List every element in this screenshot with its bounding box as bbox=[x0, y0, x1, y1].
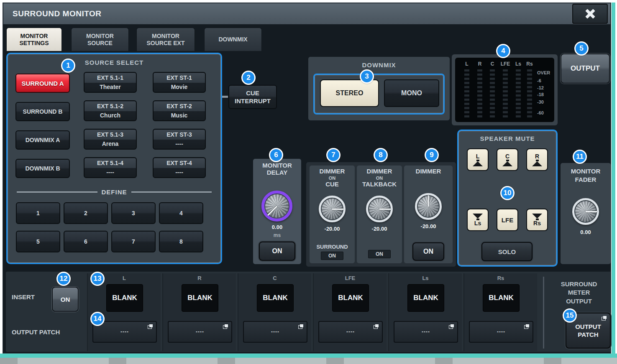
dimmer-on-button[interactable]: ON bbox=[412, 242, 444, 261]
define-8-button[interactable]: 8 bbox=[159, 231, 203, 252]
patch-column-r-label: R bbox=[163, 275, 236, 281]
callout-5: 5 bbox=[574, 41, 589, 56]
output-patch-lfe-value: ---- bbox=[346, 329, 355, 335]
close-button[interactable] bbox=[572, 4, 608, 24]
speaker-ls-label: Ls bbox=[474, 220, 481, 227]
insert-on-button[interactable]: ON bbox=[52, 287, 79, 312]
callout-6: 6 bbox=[269, 148, 283, 162]
downmix-mono-button[interactable]: MONO bbox=[384, 79, 439, 107]
define-label: DEFINE bbox=[102, 188, 127, 196]
ext51-2-id: EXT 5.1-2 bbox=[84, 102, 136, 111]
cue-interrupt-connector bbox=[222, 96, 228, 98]
dimmer-on-talkback-line2: ON bbox=[357, 176, 402, 181]
dimmer-title: DIMMER bbox=[404, 168, 453, 175]
frame-edge bbox=[0, 354, 617, 358]
tab-monitor-source[interactable]: MONITOR SOURCE bbox=[71, 28, 129, 51]
insert-label: INSERT bbox=[12, 293, 35, 300]
source-ext51-4-button[interactable]: EXT 5.1-4 ---- bbox=[84, 157, 137, 178]
tab-downmix[interactable]: DOWNMIX bbox=[204, 28, 262, 51]
monitor-delay-knob[interactable] bbox=[261, 191, 292, 221]
monitor-fader-knob[interactable] bbox=[572, 198, 599, 225]
patch-column-ls: Ls BLANK ---- bbox=[388, 273, 462, 351]
source-extst-2-button[interactable]: EXT ST-2 Music bbox=[153, 100, 206, 121]
dimmer-on-cue-on-indicator: ON bbox=[321, 252, 343, 260]
dimmer-knob[interactable] bbox=[415, 193, 442, 220]
surround-meter-output-label: SURROUND METER OUTPUT bbox=[547, 280, 611, 305]
monitor-fader-panel: MONITOR FADER 0.00 bbox=[561, 163, 611, 264]
source-extst-3-button[interactable]: EXT ST-3 ---- bbox=[153, 129, 206, 150]
ext51-4-name: ---- bbox=[84, 168, 136, 177]
source-surround-b-button[interactable]: SURROUND B bbox=[15, 102, 70, 121]
output-patch-r-button[interactable]: ---- bbox=[168, 321, 232, 343]
output-patch-r-value: ---- bbox=[196, 329, 204, 335]
meter-scale-6: -6 bbox=[537, 78, 555, 83]
speaker-mute-l-button[interactable]: L bbox=[467, 148, 489, 171]
meter-scale-30: -30 bbox=[537, 99, 555, 104]
define-6-button[interactable]: 6 bbox=[64, 231, 108, 252]
speaker-mute-lfe-button[interactable]: LFE bbox=[497, 209, 518, 231]
patch-column-ls-label: Ls bbox=[389, 275, 462, 281]
source-ext51-3-button[interactable]: EXT 5.1-3 Arena bbox=[84, 129, 137, 150]
define-5-button[interactable]: 5 bbox=[16, 231, 60, 252]
insert-lfe-blank-button[interactable]: BLANK bbox=[332, 284, 369, 312]
source-downmix-a-button[interactable]: DOWNMIX A bbox=[15, 130, 70, 150]
source-extst-1-button[interactable]: EXT ST-1 Movie bbox=[153, 72, 206, 93]
source-ext51-2-button[interactable]: EXT 5.1-2 Church bbox=[84, 100, 137, 121]
knob-pointer bbox=[428, 195, 429, 206]
meter-label-ls: Ls bbox=[512, 61, 525, 67]
output-patch-c-button[interactable]: ---- bbox=[243, 321, 307, 343]
insert-ls-blank-button[interactable]: BLANK bbox=[407, 284, 444, 312]
define-7-button[interactable]: 7 bbox=[111, 231, 156, 252]
speaker-mute-c-button[interactable]: C bbox=[497, 148, 518, 171]
frame-edge bbox=[612, 3, 615, 354]
define-1-button[interactable]: 1 bbox=[16, 202, 60, 224]
tab-monitor-settings[interactable]: MONITOR SETTINGS bbox=[6, 28, 62, 51]
dimmer-on-talkback-line3: TALKBACK bbox=[357, 181, 402, 188]
insert-rs-blank-button[interactable]: BLANK bbox=[483, 284, 520, 312]
meter-scale-over: OVER bbox=[537, 70, 555, 75]
dimmer-on-cue-surround-label: SURROUND bbox=[310, 244, 355, 250]
output-patch-ls-button[interactable]: ---- bbox=[394, 321, 458, 343]
downmix-stereo-button[interactable]: STEREO bbox=[320, 79, 379, 107]
speaker-mute-r-button[interactable]: R bbox=[526, 148, 548, 171]
meter-scale-60: -60 bbox=[537, 110, 555, 115]
dimmer-on-talkback-knob[interactable] bbox=[366, 196, 393, 222]
ext51-2-name: Church bbox=[84, 111, 136, 120]
cue-interrupt-button[interactable]: CUE INTERRUPT bbox=[228, 85, 277, 109]
meter-column bbox=[503, 69, 508, 118]
meter-column bbox=[490, 69, 495, 118]
knob-pointer bbox=[332, 209, 343, 210]
output-patch-ls-value: ---- bbox=[422, 329, 430, 335]
output-button[interactable]: OUTPUT bbox=[561, 53, 610, 84]
insert-c-blank-button[interactable]: BLANK bbox=[257, 284, 294, 312]
output-patch-rs-button[interactable]: ---- bbox=[469, 321, 533, 343]
source-ext51-1-button[interactable]: EXT 5.1-1 Theater bbox=[84, 72, 137, 93]
output-patch-label: OUTPUT PATCH bbox=[12, 328, 60, 336]
speaker-c-label: C bbox=[505, 153, 509, 160]
define-2-button[interactable]: 2 bbox=[64, 202, 108, 224]
extst-1-name: Movie bbox=[154, 83, 205, 92]
insert-r-blank-button[interactable]: BLANK bbox=[182, 284, 218, 312]
meter-column bbox=[516, 69, 521, 118]
monitor-delay-panel: MONITOR DELAY 0.00 ms ON bbox=[253, 159, 301, 264]
dimmer-value: -20.00 bbox=[404, 223, 453, 229]
speaker-mute-rs-button[interactable]: Rs bbox=[526, 209, 548, 231]
tab-monitor-source-ext[interactable]: MONITOR SOURCE EXT bbox=[136, 28, 195, 51]
extst-3-name: ---- bbox=[154, 140, 205, 148]
source-extst-4-button[interactable]: EXT ST-4 ---- bbox=[153, 157, 206, 178]
callout-12: 12 bbox=[56, 272, 71, 286]
source-surround-a-button[interactable]: SURROUND A bbox=[15, 74, 70, 93]
insert-l-blank-button[interactable]: BLANK bbox=[106, 284, 143, 312]
dimmer-on-cue-knob[interactable] bbox=[319, 196, 346, 222]
dimmer-panel: DIMMER -20.00 ON bbox=[404, 165, 453, 263]
output-patch-lfe-button[interactable]: ---- bbox=[318, 321, 383, 343]
define-4-button[interactable]: 4 bbox=[159, 202, 203, 224]
source-downmix-b-button[interactable]: DOWNMIX B bbox=[15, 159, 70, 178]
speaker-mute-ls-button[interactable]: Ls bbox=[467, 209, 489, 231]
speaker-mute-solo-button[interactable]: SOLO bbox=[481, 242, 533, 261]
define-3-button[interactable]: 3 bbox=[111, 202, 156, 224]
callout-11: 11 bbox=[573, 150, 587, 164]
dimmer-on-cue-panel: DIMMER ON CUE -20.00 SURROUND ON bbox=[310, 165, 355, 263]
downmix-select-group: STEREO MONO bbox=[313, 74, 445, 115]
monitor-delay-on-button[interactable]: ON bbox=[259, 242, 295, 261]
